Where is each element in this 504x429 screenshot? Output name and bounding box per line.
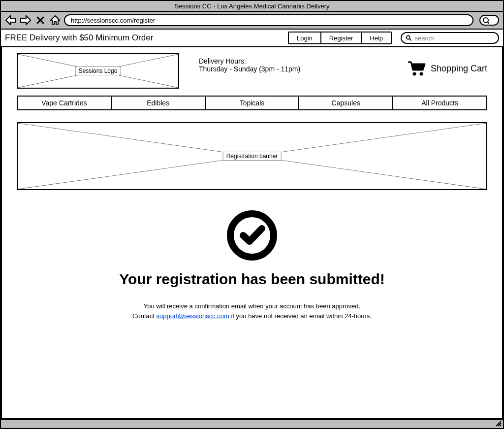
tab-edibles[interactable]: Edibles [112,97,206,109]
cart-icon [407,60,427,77]
banner-label: Registration banner [223,152,282,161]
tab-capsules[interactable]: Capsules [299,97,393,109]
stop-icon[interactable] [34,14,46,26]
confirmation-heading: Your registration has been submitted! [17,271,487,288]
delivery-hours: Delivery Hours: Thursday - Sunday (3pm -… [199,53,342,73]
browser-title: Sessions CC - Los Angeles Medical Cannab… [174,2,329,10]
promo-text: FREE Delivery with $50 Minimum Order [5,33,288,43]
svg-point-1 [407,36,410,39]
resize-grip-icon[interactable] [495,420,502,427]
svg-point-0 [483,18,488,23]
category-tabs: Vape Cartrides Edibles Topicals Capsules… [17,96,487,110]
hours-detail: Thursday - Sunday (3pm - 11pm) [199,65,342,73]
tab-all-products[interactable]: All Products [393,97,486,109]
search-icon [406,34,412,41]
help-button[interactable]: Help [362,33,391,43]
hours-label: Delivery Hours: [199,57,342,65]
search-input[interactable] [415,34,494,42]
browser-status-bar [1,419,503,428]
browser-title-bar: Sessions CC - Los Angeles Medical Cannab… [1,1,503,12]
cart-label: Shopping Cart [431,64,487,74]
search-box[interactable] [401,32,499,44]
logo-label: Sessions Logo [75,66,121,75]
forward-icon[interactable] [20,14,32,26]
loading-indicator [479,15,499,26]
support-email-link[interactable]: support@sessionscc.com [157,312,229,320]
login-button[interactable]: Login [289,33,321,43]
address-url: http://sessionscc.com/register [71,17,155,24]
svg-point-5 [419,72,423,76]
confirmation-body: You will receive a confirmation email wh… [17,301,487,321]
tab-vape-cartridges[interactable]: Vape Cartrides [18,97,112,109]
tab-topicals[interactable]: Topicals [206,97,300,109]
logo-placeholder[interactable]: Sessions Logo [17,53,179,89]
registration-banner: Registration banner [17,122,487,190]
browser-toolbar: http://sessionscc.com/register [1,12,503,30]
success-check-icon [226,210,278,261]
confirmation-line1: You will receive a confirmation email wh… [17,301,487,311]
confirmation-line2: Contact support@sessionscc.com if you ha… [17,311,487,321]
promo-bar: FREE Delivery with $50 Minimum Order Log… [1,30,503,47]
shopping-cart-button[interactable]: Shopping Cart [407,53,487,77]
svg-point-4 [412,72,416,76]
register-button[interactable]: Register [321,33,362,43]
home-icon[interactable] [49,14,61,26]
address-bar[interactable]: http://sessionscc.com/register [64,14,473,26]
account-button-group: Login Register Help [288,32,392,44]
back-icon[interactable] [5,14,17,26]
confirmation-section: Your registration has been submitted! Yo… [17,210,487,321]
